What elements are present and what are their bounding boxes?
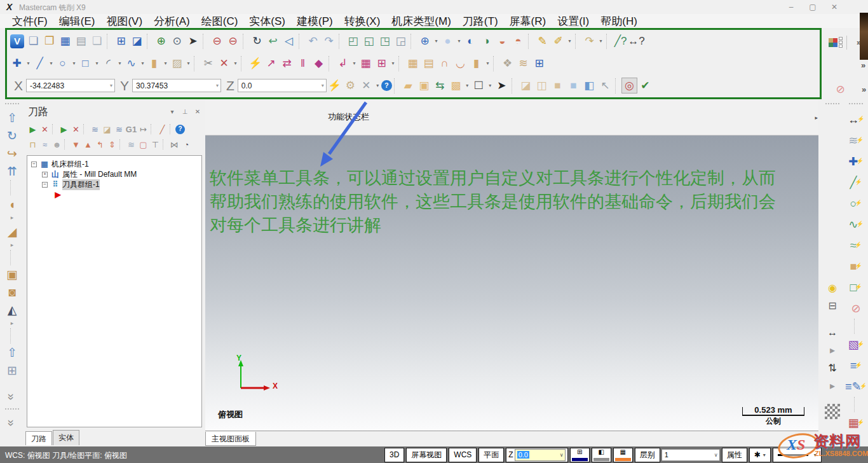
ghost-icon[interactable]: ☻ [51,139,63,151]
clock-icon[interactable]: ◔ [180,139,193,151]
erase-redo-icon[interactable]: ↷ [581,33,597,49]
solid-draft-icon[interactable]: ⇧ [3,344,21,361]
drag-handle[interactable] [5,408,19,411]
dropdown-arrow-icon[interactable] [25,57,32,70]
create-rectangle-icon[interactable]: □ [78,55,93,71]
solid-loft-icon[interactable]: ⇈ [3,163,21,179]
zoom-selected-icon[interactable]: ➤ [185,33,201,49]
menu-item-screen[interactable]: 屏幕(R) [504,15,552,28]
menu-item-solids[interactable]: 实体(S) [243,15,291,28]
solid-boolean-icon[interactable]: ⊞ [3,362,21,378]
dimension-more-icon[interactable]: ▸ [825,343,840,358]
autocursor-fast-icon[interactable]: ⚡ [327,78,342,93]
tree-item[interactable]: +山属性 - Mill Default MM [27,169,201,179]
analyze-entity-icon[interactable]: ╱? [613,33,628,49]
tool-out-icon[interactable]: ↦ [137,123,149,135]
help-icon[interactable]: ? [381,80,392,91]
dimension-vertical-icon[interactable]: ⇅ [825,361,840,376]
create-cylinder-icon[interactable]: ▮ [146,55,162,71]
quick-surface-curve-icon[interactable]: ≈ [846,237,865,254]
dropdown-arrow-icon[interactable] [487,79,494,92]
xform-dynamic-icon[interactable]: ⇄ [279,55,295,71]
solid-revolve-icon[interactable]: ↻ [3,127,21,144]
select-validate-icon[interactable]: ✔ [637,78,653,93]
backplot-icon[interactable]: ≋ [89,123,101,135]
solid-chamfer-more-icon[interactable]: ▸ [3,241,21,249]
status-3d-button[interactable]: 3D [384,448,404,462]
leftbar-more-2-icon[interactable]: » [4,414,20,432]
panel-pin-icon[interactable]: ⊥ [180,107,190,117]
surface-revolve-icon[interactable]: ∩ [437,55,452,71]
redo-icon[interactable]: ↷ [321,33,337,49]
quick-wireframe-icon[interactable]: □ [846,279,865,296]
select-window-icon[interactable]: ▣ [416,78,432,93]
solid-chamfer-icon[interactable]: ◢ [3,223,21,240]
quick-dimension-icon[interactable]: ↔ [846,111,865,128]
note-label-icon[interactable]: ⊟ [825,298,840,314]
regen-play-icon[interactable]: ▶ [58,123,70,135]
select-face-icon[interactable]: ◫ [534,78,550,93]
dropdown-arrow-icon[interactable] [374,79,381,92]
geometry-select-icon[interactable]: ▢ [137,139,149,151]
solid-shell-icon[interactable]: ▣ [3,266,21,282]
surface-wrap-icon[interactable]: ≋ [515,55,531,71]
status-attributes-button[interactable]: 属性 [722,448,747,462]
shaded-display-icon[interactable]: ● [440,33,456,49]
autocursor-config-icon[interactable]: ⚙ [342,78,358,93]
menu-item-settings[interactable]: 设置(I) [552,15,595,28]
dropdown-arrow-icon[interactable] [116,57,123,70]
move-updown-icon[interactable]: ⇕ [106,139,118,151]
status-z-input[interactable]: 0.0 ∨ [515,449,566,461]
save-file-icon[interactable]: ▦ [57,33,73,49]
tree-item[interactable]: −⠿刀具群组-1 [27,179,201,190]
hourglass-icon[interactable]: ⋈ [168,139,180,151]
panel-tab-实体[interactable]: 实体 [53,430,79,445]
panel-help-icon[interactable]: ? [175,125,185,134]
named-view-icon[interactable]: ◁ [281,33,297,49]
lock-icon[interactable]: ⊓ [27,139,39,151]
open-file-icon[interactable]: ❐ [41,33,57,49]
status-screen-view-button[interactable]: 屏幕视图 [406,448,447,462]
xform-copy-icon[interactable]: ↗ [263,55,279,71]
entity-color-swatch[interactable]: ⊞ [570,448,590,462]
solid-hole-icon[interactable]: ◙ [3,284,21,300]
menu-item-help[interactable]: 帮助(H) [595,15,643,28]
surface-offset-icon[interactable]: ❖ [499,55,515,71]
select-last-icon[interactable]: ↖ [597,78,613,93]
waves-cursor-icon[interactable]: ≋ [125,139,137,151]
level-color-swatch[interactable]: ◧ [592,448,611,462]
surface-extrude-icon[interactable]: ▮ [468,55,484,71]
select-mixed-icon[interactable]: ◧ [581,78,597,93]
tree-expander[interactable]: − [42,182,48,188]
menu-item-toolpaths[interactable]: 刀路(T) [457,15,504,28]
option-boxes-icon[interactable] [839,37,843,48]
dropdown-arrow-icon[interactable] [232,57,239,70]
toolpath-waves-icon[interactable]: ≈ [39,139,51,151]
dimension-width-icon[interactable]: ↔ [825,325,840,340]
view-iso-cube-icon[interactable]: ◲ [393,33,409,49]
quick-level-list-icon[interactable]: ≡ [846,357,865,374]
drag-handle[interactable] [5,103,19,106]
select-inside-icon[interactable]: ▩ [448,78,464,93]
status-level-button[interactable]: 层别 [635,448,660,462]
move-down-icon[interactable]: ▼ [70,139,82,151]
new-file-icon[interactable]: ❏ [25,33,41,49]
select-solid-body-icon[interactable]: ■ [550,78,566,93]
quick-level-edit-icon[interactable]: ≡✎ [846,378,865,395]
surface-net-icon[interactable]: ▤ [421,55,437,71]
dropdown-arrow-icon[interactable] [48,57,55,70]
canvas-scroll-arrow-icon[interactable]: ▸ [815,114,818,121]
mastercam-logo-icon[interactable]: V [10,34,24,48]
quick-attributes-icon[interactable]: ▦ [846,414,865,431]
create-surface-icon[interactable]: ▨ [169,55,185,71]
shaded-edges-icon[interactable]: ◑ [478,33,494,49]
quick-color-icon[interactable]: ▧ [846,336,865,353]
dropdown-arrow-icon[interactable] [566,35,573,48]
drag-handle[interactable] [849,103,863,106]
y-coordinate-input[interactable]: 30.37453▾ [132,79,221,92]
leftbar-more-icon[interactable]: » [4,388,20,406]
quick-surface-icon[interactable]: ≋ [846,132,865,149]
create-spline-icon[interactable]: ∿ [123,55,139,71]
menu-item-create[interactable]: 绘图(C) [196,15,244,28]
solid-trim-icon[interactable]: ◭ [3,301,21,318]
